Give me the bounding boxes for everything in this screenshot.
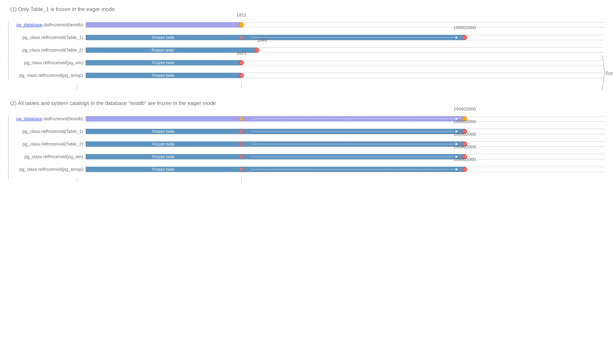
arrow-line [252,144,454,144]
bar-text: Frozen txids [152,73,174,78]
timeline-table2-2: Frozen txids 100002000 [86,138,605,150]
bar-text: Frozen txids [152,35,174,40]
bar-text: Frozen txids [152,48,174,52]
arrow-line [252,37,454,38]
amop-dot-old [239,167,244,172]
pgam-bar: Frozen txids [86,60,241,65]
arrow-line [252,119,454,119]
table1-dot-new [462,35,467,40]
row-pgamop-2: pg_class.relfrozenxid(pg_amop) Frozen tx… [8,163,605,176]
row-vdots-2: ··· ··· [8,176,605,184]
table2-bar: Frozen txids [86,48,257,53]
db-dot-old [239,116,244,121]
timeline-table1-2: Frozen txids 100002000 [86,125,605,138]
pgamop-bar: Frozen txids [86,73,241,78]
label-pgam-2: pg_class.relfrozenxid(pg_am) [8,154,86,159]
bar-text: Frozen txids [152,61,174,65]
timeline-table1: Frozen txids 100002000 [86,31,605,44]
amop-value-label-2: 100002000 [453,157,476,162]
row-db: pg_database.datfrozenxid(testdb) 1821 [8,19,605,31]
row-pgam: pg_class.relfrozenxid(pg_am) Frozen txid… [8,56,605,69]
vdots-left: ··· [71,83,83,89]
arrow-line [252,169,454,169]
vdots-right-2: ··· [241,176,242,182]
row-table2-2: pg_class.relfrozenxid(Table_2) Frozen tx… [8,138,605,150]
bar-text: Frozen txids [152,142,174,146]
pgam-dot [239,60,244,65]
timeline-pgamop-2: Frozen txids 100002000 [86,163,605,176]
pgam-value-label: 1821 [236,50,246,56]
section-1-title: (1) Only Table_1 is frozen in the eager … [10,6,605,13]
brace-label: System catalogs [606,70,613,76]
section-2: (2) All tables and system catalogs in th… [8,100,605,184]
label-pgamop-2: pg_class.relfrozenxid(pg_amop) [8,167,86,172]
t2-value-label-2: 100002000 [453,132,476,137]
timeline-pgamop: Frozen txids [86,69,605,82]
db-bar [86,22,241,27]
row-db-2: pg_database.datfrozenxid(testdb) 1000020… [8,113,605,125]
t1-value-label-2: 100002000 [453,119,476,124]
table2-value-label: 1846 [257,38,267,43]
vdots-right: ··· [241,82,242,88]
amop-dot-new [462,167,467,172]
t1-dot-old [239,129,244,134]
label-table2: pg_class.relfrozenxid(Table_2) [8,48,86,53]
table2-dot [254,48,259,52]
arrow-line [252,156,454,157]
row-table2: pg_class.relfrozenxid(Table_2) Frozen tx… [8,44,605,56]
am-dot-old [239,154,244,159]
timeline-pgam-2: Frozen txids 100002000 [86,150,605,163]
arrow-head-icon [455,168,458,170]
label-db-2: pg_database.datfrozenxid(testdb) [8,116,86,121]
pgamop-dot [239,73,244,78]
arrow-line [252,131,454,132]
label-table2-2: pg_class.relfrozenxid(Table_2) [8,142,86,147]
row-vdots: ··· ··· [8,82,605,90]
label-db: pg_database.datfrozenxid(testdb) [8,22,86,27]
pg-database-link[interactable]: pg_database [16,22,42,27]
bar-text: Frozen txids [152,167,174,172]
table1-value-label: 100002000 [453,25,476,30]
label-db-rest-2: .datfrozenxid(testdb) [42,116,83,121]
label-db-rest: .datfrozenxid(testdb) [42,22,83,27]
db-dot [239,22,244,27]
row-table1: pg_class.relfrozenxid(Table_1) Frozen tx… [8,31,605,44]
table1-dot-old [239,35,244,40]
row-pgamop: pg_class.relfrozenxid(pg_amop) Frozen tx… [8,69,605,82]
row-table1-2: pg_class.relfrozenxid(Table_1) Frozen tx… [8,125,605,138]
timeline-table2: Frozen txids 1846 [86,44,605,56]
section-2-title: (2) All tables and system catalogs in th… [10,100,605,106]
db-value-label-2: 100002000 [453,106,476,112]
label-pgam: pg_class.relfrozenxid(pg_am) [8,60,86,65]
section-1: (1) Only Table_1 is frozen in the eager … [8,6,605,90]
timeline-db-2: 100002000 [86,113,605,125]
row-pgam-2: pg_class.relfrozenxid(pg_am) Frozen txid… [8,150,605,163]
arrow-head-icon [455,36,458,39]
bar-text: Frozen txids [152,129,174,134]
label-table1: pg_class.relfrozenxid(Table_1) [8,35,86,40]
vdots-left-2: ··· [71,177,83,183]
db-value-label: 1821 [236,13,246,18]
brace-icon [600,55,606,90]
label-pgamop: pg_class.relfrozenxid(pg_amop) [8,73,86,78]
t2-dot-old [239,142,244,146]
bar-text: Frozen txids [152,155,174,159]
timeline-pgam: Frozen txids 1821 [86,56,605,69]
pg-database-link-2[interactable]: pg_database [16,116,42,121]
am-value-label-2: 100002000 [453,144,476,150]
timeline-db: 1821 [86,19,605,31]
label-table1-2: pg_class.relfrozenxid(Table_1) [8,129,86,134]
